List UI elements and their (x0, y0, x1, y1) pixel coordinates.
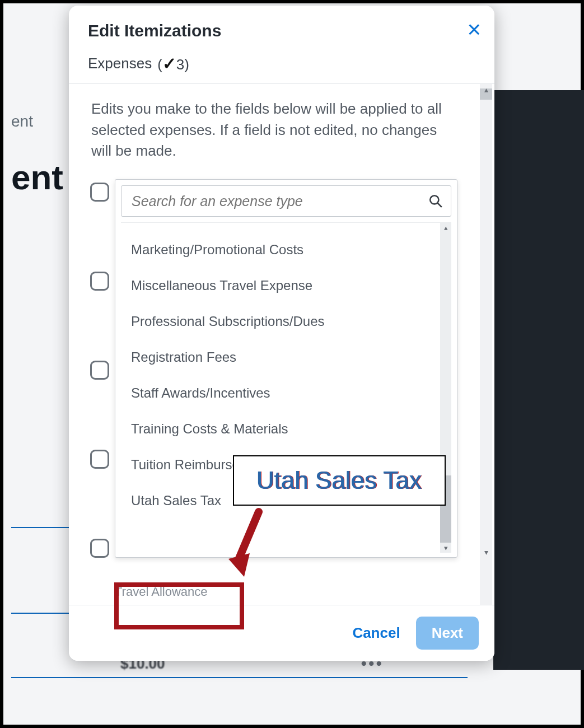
expense-type-dropdown: ▴ ▾ Marketing/Promotional Costs Miscella… (115, 179, 457, 558)
options-container: Marketing/Promotional Costs Miscellaneou… (121, 226, 439, 519)
tab-count-wrap: (✓3) (157, 54, 189, 73)
tab-label: Expenses (88, 55, 152, 72)
row-checkbox[interactable] (90, 539, 109, 558)
search-field[interactable] (121, 185, 451, 217)
helper-text: Edits you make to the fields below will … (91, 99, 450, 162)
tab-count: 3 (176, 56, 184, 73)
option-staff-awards[interactable]: Staff Awards/Incentives (131, 375, 439, 411)
option-misc-travel[interactable]: Miscellaneous Travel Expense (131, 268, 439, 304)
checkmark-icon: ✓ (162, 54, 176, 73)
travel-allowance-label: Travel Allowance (115, 585, 207, 599)
search-icon[interactable] (428, 194, 443, 208)
option-professional-subscriptions[interactable]: Professional Subscriptions/Dues (131, 304, 439, 339)
checkbox-column (90, 183, 109, 558)
search-input[interactable] (132, 193, 423, 209)
scroll-down-icon[interactable]: ▾ (441, 544, 450, 552)
svg-point-0 (430, 195, 438, 204)
close-icon[interactable]: × (467, 18, 481, 41)
edit-itemizations-modal: × Edit Itemizations Expenses (✓3) ▴ ▾ Ed… (69, 6, 494, 661)
background-dark-sidebar (493, 90, 584, 670)
stage: ent ent S $10.00 ••• t × Edit Itemizatio… (0, 0, 584, 728)
list-scrollbar-thumb[interactable] (440, 475, 451, 543)
expenses-tab[interactable]: Expenses (✓3) (69, 47, 494, 83)
option-registration-fees[interactable]: Registration Fees (131, 339, 439, 375)
scroll-up-icon[interactable]: ▴ (481, 85, 491, 93)
svg-line-1 (437, 203, 442, 207)
scroll-up-icon[interactable]: ▴ (441, 223, 450, 232)
row-checkbox[interactable] (90, 361, 109, 380)
option-training-costs[interactable]: Training Costs & Materials (131, 411, 439, 447)
background-breadcrumb-fragment: ent (3, 113, 71, 130)
options-list: ▴ ▾ Marketing/Promotional Costs Miscella… (121, 222, 451, 553)
modal-body: ▴ ▾ Edits you make to the fields below w… (69, 84, 494, 605)
scroll-down-icon[interactable]: ▾ (481, 548, 491, 556)
modal-title: Edit Itemizations (88, 21, 475, 40)
next-button[interactable]: Next (416, 617, 479, 650)
modal-header: Edit Itemizations (69, 6, 494, 47)
option-marketing-promotional[interactable]: Marketing/Promotional Costs (131, 232, 439, 268)
background-rule (11, 613, 73, 614)
row-checkbox[interactable] (90, 450, 109, 469)
row-checkbox[interactable] (90, 183, 109, 202)
cancel-button[interactable]: Cancel (352, 624, 400, 642)
background-rule (11, 527, 73, 528)
option-tuition-reimbursement[interactable]: Tuition Reimbursement (131, 447, 439, 483)
row-checkbox[interactable] (90, 272, 109, 291)
modal-footer: Cancel Next (69, 605, 494, 661)
body-scrollbar-track[interactable] (480, 84, 492, 605)
option-utah-sales-tax[interactable]: Utah Sales Tax (131, 483, 439, 519)
